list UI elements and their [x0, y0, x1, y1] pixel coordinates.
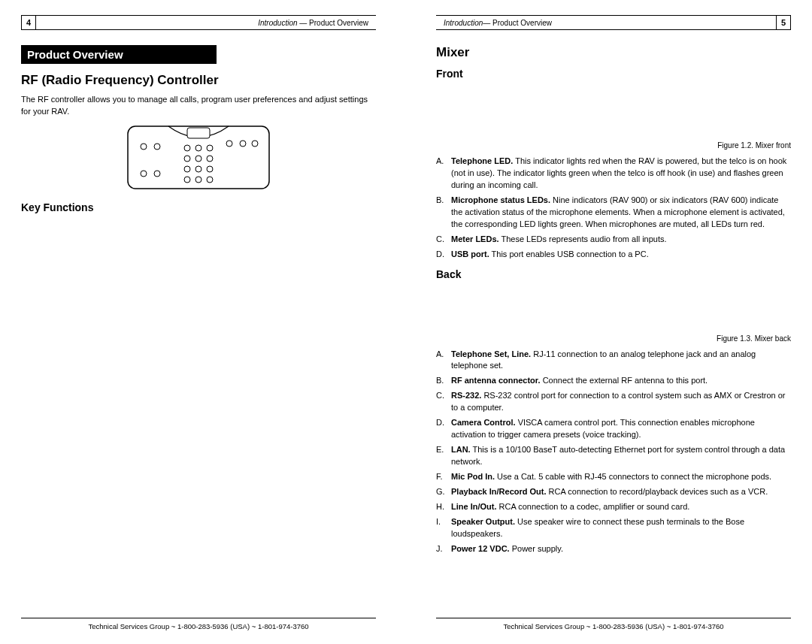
back-def-letter: J.: [436, 543, 451, 555]
front-def-term: Telephone LED.: [451, 156, 513, 165]
svg-point-11: [207, 145, 213, 151]
back-def-term: Telephone Set, Line.: [451, 349, 531, 358]
mixer-front-figure-space: [436, 86, 791, 138]
mixer-heading: Mixer: [436, 45, 791, 60]
rf-intro: The RF controller allows you to manage a…: [21, 94, 376, 118]
footer-left: Technical Services Group ~ 1-800-283-593…: [21, 618, 376, 630]
header-text-left: Introduction — Product Overview: [36, 19, 376, 27]
back-def-letter: F.: [436, 471, 451, 483]
back-def-content: RS-232. RS-232 control port for connecti…: [451, 390, 791, 414]
svg-point-8: [252, 141, 258, 147]
back-def-item: I.Speaker Output. Use speaker wire to co…: [436, 516, 791, 540]
mixer-back-figure-space: [436, 286, 791, 331]
back-def-content: Playback In/Record Out. RCA connection t…: [451, 486, 791, 498]
rf-controller-icon: [127, 125, 270, 189]
back-def-content: Mic Pod In. Use a Cat. 5 cable with RJ-4…: [451, 471, 791, 483]
back-def-desc: Power supply.: [510, 544, 563, 553]
front-def-item: D.USB port. This port enables USB connec…: [436, 249, 791, 261]
svg-point-12: [184, 156, 190, 162]
back-def-letter: A.: [436, 349, 451, 373]
svg-point-6: [226, 141, 232, 147]
back-def-item: F.Mic Pod In. Use a Cat. 5 cable with RJ…: [436, 471, 791, 483]
page-left: 4 Introduction — Product Overview Produc…: [0, 0, 406, 644]
front-def-term: USB port.: [451, 249, 489, 259]
back-def-desc: RCA connection to a codec, amplifier or …: [497, 502, 690, 511]
front-def-content: USB port. This port enables USB connecti…: [451, 249, 791, 261]
back-def-content: RF antenna connector. Connect the extern…: [451, 375, 791, 387]
svg-point-18: [184, 177, 190, 183]
back-def-item: A.Telephone Set, Line. RJ-11 connection …: [436, 349, 791, 373]
back-def-content: Speaker Output. Use speaker wire to conn…: [451, 516, 791, 540]
back-heading: Back: [436, 268, 791, 280]
back-definition-list: A.Telephone Set, Line. RJ-11 connection …: [436, 349, 791, 555]
header-italic: Introduction: [258, 19, 297, 27]
front-heading: Front: [436, 68, 791, 80]
svg-point-15: [184, 166, 190, 172]
footer-right: Technical Services Group ~ 1-800-283-593…: [436, 618, 791, 630]
svg-point-16: [195, 166, 201, 172]
svg-point-2: [141, 144, 147, 150]
back-def-term: Camera Control.: [451, 418, 516, 427]
front-def-letter: C.: [436, 234, 451, 246]
back-def-desc: RCA connection to record/playback device…: [547, 487, 768, 496]
back-def-term: RF antenna connector.: [451, 376, 541, 385]
header-left: 4 Introduction — Product Overview: [21, 15, 376, 30]
svg-point-10: [195, 145, 201, 151]
svg-point-17: [207, 166, 213, 172]
front-def-letter: D.: [436, 249, 451, 261]
front-def-item: B.Microphone status LEDs. Nine indicator…: [436, 195, 791, 231]
back-def-term: Mic Pod In.: [451, 472, 495, 481]
back-def-term: LAN.: [451, 445, 471, 454]
back-def-item: C.RS-232. RS-232 control port for connec…: [436, 390, 791, 414]
header-rest-r: — Product Overview: [483, 19, 552, 27]
front-def-letter: A.: [436, 156, 451, 192]
back-def-desc: This is a 10/100 BaseT auto-detecting Et…: [451, 445, 785, 466]
svg-point-7: [240, 141, 246, 147]
front-def-content: Meter LEDs. These LEDs represents audio …: [451, 234, 791, 246]
svg-point-4: [141, 171, 147, 177]
header-italic-r: Introduction: [444, 19, 483, 27]
page-right: Introduction— Product Overview 5 Mixer F…: [406, 0, 812, 644]
back-def-letter: D.: [436, 417, 451, 441]
svg-point-3: [154, 144, 160, 150]
back-def-content: Camera Control. VISCA camera control por…: [451, 417, 791, 441]
back-def-letter: C.: [436, 390, 451, 414]
rf-controller-heading: RF (Radio Frequency) Controller: [21, 73, 376, 88]
header-rest: — Product Overview: [298, 19, 368, 27]
mixer-front-caption: Figure 1.2. Mixer front: [436, 141, 791, 150]
svg-point-19: [195, 177, 201, 183]
page-spread: 4 Introduction — Product Overview Produc…: [0, 0, 812, 644]
front-def-term: Microphone status LEDs.: [451, 195, 550, 204]
front-definition-list: A.Telephone LED. This indicator lights r…: [436, 156, 791, 261]
back-def-item: G.Playback In/Record Out. RCA connection…: [436, 486, 791, 498]
back-def-content: Line In/Out. RCA connection to a codec, …: [451, 501, 791, 513]
back-def-content: LAN. This is a 10/100 BaseT auto-detecti…: [451, 444, 791, 468]
back-def-desc: Connect the external RF antenna to this …: [541, 376, 708, 385]
front-def-desc: This port enables USB connection to a PC…: [489, 249, 649, 259]
back-def-item: H.Line In/Out. RCA connection to a codec…: [436, 501, 791, 513]
front-def-letter: B.: [436, 195, 451, 231]
svg-rect-1: [187, 128, 210, 138]
svg-point-5: [154, 171, 160, 177]
back-def-term: Line In/Out.: [451, 502, 497, 511]
back-def-item: E.LAN. This is a 10/100 BaseT auto-detec…: [436, 444, 791, 468]
key-functions-heading: Key Functions: [21, 201, 376, 213]
back-def-desc: Use a Cat. 5 cable with RJ-45 connectors…: [495, 472, 771, 481]
front-def-item: C.Meter LEDs. These LEDs represents audi…: [436, 234, 791, 246]
back-def-letter: E.: [436, 444, 451, 468]
back-def-letter: I.: [436, 516, 451, 540]
page-number-right: 5: [776, 15, 791, 30]
front-def-desc: These LEDs represents audio from all inp…: [499, 234, 667, 243]
front-def-content: Telephone LED. This indicator lights red…: [451, 156, 791, 192]
back-def-content: Power 12 VDC. Power supply.: [451, 543, 791, 555]
svg-point-13: [195, 156, 201, 162]
svg-point-9: [184, 145, 190, 151]
section-bar: Product Overview: [21, 45, 217, 64]
front-def-item: A.Telephone LED. This indicator lights r…: [436, 156, 791, 192]
header-text-right: Introduction— Product Overview: [436, 19, 776, 27]
svg-point-20: [207, 177, 213, 183]
back-def-term: RS-232.: [451, 391, 481, 400]
back-def-desc: RS-232 control port for connection to a …: [451, 391, 785, 412]
front-def-content: Microphone status LEDs. Nine indicators …: [451, 195, 791, 231]
back-def-item: B.RF antenna connector. Connect the exte…: [436, 375, 791, 387]
